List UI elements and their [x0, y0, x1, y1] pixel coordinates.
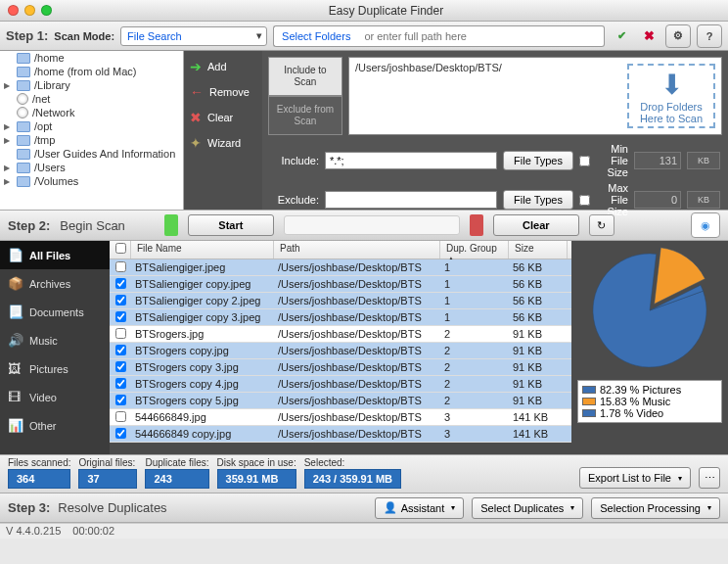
- min-size-unit[interactable]: KB: [687, 152, 720, 169]
- row-checkbox[interactable]: [115, 411, 126, 422]
- table-rows[interactable]: BTSaliengiger.jpeg/Users/joshbase/Deskto…: [110, 259, 571, 443]
- table-row[interactable]: BTSrogers copy 3.jpg/Users/joshbase/Desk…: [110, 359, 571, 376]
- category-item[interactable]: 📃Documents: [0, 298, 110, 326]
- col-path[interactable]: Path: [274, 241, 440, 258]
- action-panel: ➔Add ←Remove ✖Clear ✦Wizard: [184, 51, 262, 210]
- include-pattern-input[interactable]: [325, 152, 497, 169]
- include-exclude-top: Include to Scan Exclude from Scan /Users…: [262, 51, 728, 141]
- assistant-icon: 👤: [384, 501, 397, 514]
- row-checkbox[interactable]: [115, 361, 126, 372]
- clear-button[interactable]: Clear: [493, 214, 579, 236]
- tree-item[interactable]: /home: [0, 51, 183, 65]
- include-tab[interactable]: Include to Scan: [268, 57, 342, 96]
- row-checkbox[interactable]: [115, 295, 126, 306]
- category-item[interactable]: 📦Archives: [0, 269, 110, 298]
- table-row[interactable]: BTSaliengiger.jpeg/Users/joshbase/Deskto…: [110, 259, 571, 276]
- add-action[interactable]: ➔Add: [190, 59, 256, 74]
- table-row[interactable]: BTSrogers.jpg/Users/joshbase/Desktop/BTS…: [110, 326, 571, 343]
- category-item[interactable]: 📄All Files: [0, 241, 110, 269]
- category-item[interactable]: 🖼Pictures: [0, 354, 110, 383]
- row-checkbox[interactable]: [115, 378, 126, 389]
- drop-folders-hint[interactable]: ⬇ Drop Folders Here to Scan: [627, 64, 715, 128]
- exclude-tab[interactable]: Exclude from Scan: [268, 96, 342, 135]
- assistant-button[interactable]: 👤 Assistant: [375, 497, 465, 519]
- stat-disk-value: 359.91 MB: [217, 469, 296, 489]
- table-row[interactable]: BTSrogers copy 5.jpg/Users/joshbase/Desk…: [110, 393, 571, 409]
- cell-dup-group: 2: [440, 345, 509, 356]
- cell-dup-group: 1: [440, 261, 509, 273]
- table-row[interactable]: BTSrogers copy.jpg/Users/joshbase/Deskto…: [110, 343, 571, 359]
- selection-processing-button[interactable]: Selection Processing: [591, 497, 720, 519]
- table-header: File Name Path Dup. Group ▲ Size: [110, 241, 571, 259]
- table-row[interactable]: BTSaliengiger copy 3.jpeg/Users/joshbase…: [110, 309, 571, 326]
- tree-item[interactable]: /net: [0, 92, 183, 106]
- col-filename[interactable]: File Name: [131, 241, 274, 258]
- reload-button[interactable]: ↻: [589, 214, 614, 236]
- scan-center: Include to Scan Exclude from Scan /Users…: [262, 51, 728, 210]
- tree-item[interactable]: ▶/opt: [0, 119, 183, 133]
- tree-item[interactable]: /User Guides And Information: [0, 147, 183, 161]
- clear-action[interactable]: ✖Clear: [190, 110, 256, 125]
- table-row[interactable]: BTSrogers copy 4.jpg/Users/joshbase/Desk…: [110, 376, 571, 393]
- export-list-button[interactable]: Export List to File: [579, 467, 691, 489]
- cell-size: 56 KB: [509, 261, 568, 273]
- help-button[interactable]: ?: [697, 24, 722, 48]
- preview-button[interactable]: ◉: [691, 212, 720, 238]
- tree-item[interactable]: ▶/Users: [0, 161, 183, 174]
- table-row[interactable]: BTSaliengiger copy.jpeg/Users/joshbase/D…: [110, 276, 571, 293]
- cell-path: /Users/joshbase/Desktop/BTS: [274, 328, 440, 340]
- row-checkbox[interactable]: [115, 345, 126, 355]
- start-indicator-icon: [164, 214, 178, 236]
- select-duplicates-button[interactable]: Select Duplicates: [472, 497, 583, 519]
- row-checkbox[interactable]: [115, 328, 126, 339]
- folder-icon: [17, 67, 30, 77]
- tree-item[interactable]: /home (from old Mac): [0, 65, 183, 78]
- table-row[interactable]: 544666849 copy.jpg/Users/joshbase/Deskto…: [110, 426, 571, 443]
- tree-item[interactable]: ▶/tmp: [0, 133, 183, 147]
- max-size-unit[interactable]: KB: [687, 191, 720, 209]
- file-types-include-button[interactable]: File Types: [503, 151, 573, 170]
- row-checkbox[interactable]: [115, 278, 126, 289]
- table-row[interactable]: BTSaliengiger copy 2.jpeg/Users/joshbase…: [110, 293, 571, 309]
- remove-action[interactable]: ←Remove: [190, 84, 256, 100]
- scan-path-box[interactable]: /Users/joshbase/Desktop/BTS/ ⬇ Drop Fold…: [348, 57, 722, 135]
- tree-item[interactable]: ▶/Volumes: [0, 174, 183, 188]
- path-input[interactable]: [358, 25, 605, 47]
- col-dup-group[interactable]: Dup. Group ▲: [440, 241, 509, 258]
- row-checkbox[interactable]: [115, 261, 126, 272]
- settings-button[interactable]: ⚙: [665, 24, 691, 48]
- max-size-checkbox[interactable]: Max File Size: [579, 182, 628, 217]
- scan-mode-select[interactable]: File Search: [120, 26, 267, 46]
- folder-tree[interactable]: /home/home (from old Mac)▶/Library/net/N…: [0, 51, 184, 210]
- tree-item-label: /Network: [32, 107, 74, 118]
- start-button[interactable]: Start: [188, 214, 274, 236]
- exclude-pattern-input[interactable]: [325, 191, 497, 209]
- col-checkbox[interactable]: [110, 241, 131, 258]
- elapsed-time: 00:00:02: [72, 525, 114, 538]
- export-extra-button[interactable]: ⋯: [699, 467, 720, 489]
- confirm-path-icon[interactable]: ✔: [611, 25, 632, 47]
- file-types-exclude-button[interactable]: File Types: [503, 190, 573, 210]
- category-item[interactable]: 🎞Video: [0, 383, 110, 411]
- row-checkbox[interactable]: [115, 311, 126, 322]
- select-folders-button[interactable]: Select Folders: [273, 25, 358, 47]
- col-size[interactable]: Size: [509, 241, 568, 258]
- tree-item[interactable]: ▶/Library: [0, 78, 183, 92]
- category-item[interactable]: 📊Other: [0, 411, 110, 440]
- row-checkbox[interactable]: [115, 428, 126, 439]
- category-item[interactable]: 🔊Music: [0, 326, 110, 354]
- clear-path-icon[interactable]: ✖: [638, 25, 660, 47]
- zoom-window-icon[interactable]: [41, 5, 52, 16]
- max-size-input[interactable]: [634, 191, 681, 209]
- toolbar-step1: Step 1: Scan Mode: File Search Select Fo…: [0, 22, 728, 51]
- table-row[interactable]: 544666849.jpg/Users/joshbase/Desktop/BTS…: [110, 409, 571, 426]
- tree-item[interactable]: /Network: [0, 106, 183, 119]
- min-size-input[interactable]: [634, 152, 681, 169]
- folder-icon: [17, 53, 30, 64]
- row-checkbox[interactable]: [115, 395, 126, 405]
- tree-item-label: /net: [32, 93, 50, 105]
- minimize-window-icon[interactable]: [24, 5, 35, 16]
- min-size-checkbox[interactable]: Min File Size: [579, 143, 628, 178]
- close-window-icon[interactable]: [8, 5, 19, 16]
- wizard-action[interactable]: ✦Wizard: [190, 135, 256, 151]
